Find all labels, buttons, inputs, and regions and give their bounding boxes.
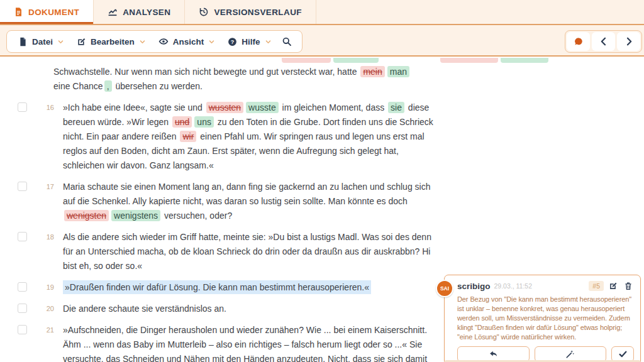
check-icon bbox=[618, 349, 628, 359]
history-icon bbox=[199, 7, 209, 17]
paragraph-number: 19 bbox=[27, 280, 54, 295]
app-window: DOKUMENTANALYSENVERSIONSVERLAUF DateiBea… bbox=[0, 0, 644, 362]
paragraph-number: 17 bbox=[27, 180, 54, 223]
deleted-word: und bbox=[172, 116, 192, 128]
edit-comment-button[interactable] bbox=[608, 280, 619, 292]
paragraph-row: 18Als die andere sich wieder im Griff ha… bbox=[0, 230, 465, 273]
comment-number-badge: #5 bbox=[589, 281, 604, 291]
menu-datei[interactable]: Datei bbox=[12, 31, 70, 52]
help-icon: ? bbox=[228, 37, 237, 47]
paragraph-text[interactable]: »Ich habe eine Idee«, sagte sie und wuss… bbox=[63, 101, 435, 173]
paragraph-checkbox[interactable] bbox=[18, 325, 27, 334]
tab-versionsverlauf[interactable]: VERSIONSVERLAUF bbox=[185, 0, 316, 24]
magic-wand-icon bbox=[565, 349, 575, 359]
paragraph-checkbox[interactable] bbox=[18, 282, 27, 292]
document-icon bbox=[14, 7, 23, 17]
menu-label: Ansicht bbox=[173, 37, 204, 47]
menu-bar: DateiBearbeitenAnsicht?Hilfe bbox=[6, 30, 303, 53]
comments-button[interactable] bbox=[567, 32, 590, 51]
toolbar: DateiBearbeitenAnsicht?Hilfe bbox=[0, 25, 644, 57]
chart-icon bbox=[108, 7, 118, 17]
deleted-word: mein bbox=[360, 66, 384, 77]
chevron-left-icon bbox=[599, 36, 609, 47]
chevron-down-icon bbox=[57, 38, 64, 45]
paragraph-text[interactable]: »Draußen finden wir dafür Lösung. Die ka… bbox=[63, 280, 435, 295]
text-run: »Aufschneiden, die Dinger herausholen un… bbox=[63, 325, 427, 362]
chevron-down-icon bbox=[208, 38, 215, 45]
tab-label: VERSIONSVERLAUF bbox=[214, 8, 302, 17]
paragraph-number: 18 bbox=[27, 230, 54, 273]
chevron-down-icon bbox=[265, 38, 272, 45]
text-run: Schwachstelle. Nur wenn man sich nicht b… bbox=[53, 67, 359, 77]
paragraph-text[interactable]: Als die andere sich wieder im Griff hatt… bbox=[63, 230, 435, 273]
paragraph-number: 16 bbox=[27, 101, 54, 173]
paragraph-row: 19»Draußen finden wir dafür Lösung. Die … bbox=[0, 280, 465, 295]
clipped-deletion-highlight bbox=[282, 58, 331, 63]
clipped-previous-line bbox=[0, 58, 644, 63]
inserted-word: man bbox=[387, 66, 409, 77]
text-run: versuchen, oder? bbox=[162, 211, 232, 221]
chevron-right-icon bbox=[624, 36, 634, 47]
comment-nav-group bbox=[565, 30, 642, 53]
paragraph-checkbox[interactable] bbox=[18, 182, 27, 191]
comment-timestamp: 29.03., 11:52 bbox=[494, 282, 533, 290]
paragraph-list: Schwachstelle. Nur wenn man sich nicht b… bbox=[0, 65, 465, 362]
paragraph-row: 21»Aufschneiden, die Dinger herausholen … bbox=[0, 323, 465, 362]
clipped-insertion-highlight bbox=[501, 58, 548, 63]
chevron-down-icon bbox=[139, 38, 146, 45]
svg-text:?: ? bbox=[231, 38, 235, 45]
paragraph-text[interactable]: Die andere schaute sie verständnislos an… bbox=[63, 302, 435, 316]
paragraph-number: 20 bbox=[27, 302, 54, 316]
menu-label: Datei bbox=[32, 37, 53, 47]
deleted-word: wenigsten bbox=[64, 210, 109, 221]
tab-analysen[interactable]: ANALYSEN bbox=[94, 0, 185, 24]
tab-label: ANALYSEN bbox=[123, 8, 170, 17]
paragraph-text[interactable]: Schwachstelle. Nur wenn man sich nicht b… bbox=[53, 65, 426, 94]
tab-bar: DOKUMENTANALYSENVERSIONSVERLAUF bbox=[0, 0, 644, 25]
menu-bearbeiten[interactable]: Bearbeiten bbox=[70, 31, 152, 52]
comment-header: scribigo 29.03., 11:52 #5 bbox=[457, 279, 634, 293]
comment-author: scribigo bbox=[457, 282, 491, 291]
paragraph-checkbox[interactable] bbox=[18, 102, 27, 112]
menu-hilfe[interactable]: ?Hilfe bbox=[221, 31, 277, 52]
paragraph-number: 21 bbox=[27, 323, 54, 362]
paragraph-row: 16»Ich habe eine Idee«, sagte sie und wu… bbox=[0, 101, 465, 173]
paragraph-text[interactable]: Maria schaute sie einen Moment lang an, … bbox=[63, 180, 435, 223]
paragraph-checkbox[interactable] bbox=[18, 232, 27, 241]
edit-icon bbox=[609, 282, 618, 290]
paragraph-text[interactable]: »Aufschneiden, die Dinger herausholen un… bbox=[63, 323, 435, 362]
reply-icon bbox=[489, 349, 498, 359]
text-run: übersehen zu werden. bbox=[113, 81, 203, 91]
text-run: im gleichen Moment, dass bbox=[280, 102, 387, 112]
inserted-word: wusste bbox=[246, 102, 279, 113]
menu-label: Bearbeiten bbox=[91, 37, 135, 47]
paragraph-checkbox[interactable] bbox=[18, 304, 27, 313]
chat-bubble-icon bbox=[574, 36, 584, 47]
search-button[interactable] bbox=[282, 36, 292, 47]
trash-icon bbox=[624, 282, 633, 290]
inserted-word: sie bbox=[388, 102, 404, 113]
eye-icon bbox=[158, 36, 169, 47]
inserted-word: uns bbox=[194, 116, 214, 128]
paragraph-row: 20Die andere schaute sie verständnislos … bbox=[0, 302, 465, 316]
clipped-insertion-highlight bbox=[333, 58, 379, 63]
menu-ansicht[interactable]: Ansicht bbox=[152, 31, 222, 52]
avatar: SAI bbox=[436, 280, 453, 297]
inserted-word: wenigstens bbox=[111, 210, 160, 221]
text-run: »Ich habe eine Idee«, sagte sie und bbox=[63, 102, 205, 112]
text-run: eine Chance bbox=[53, 81, 103, 91]
deleted-word: wir bbox=[180, 131, 196, 142]
paragraph-row: 17Maria schaute sie einen Moment lang an… bbox=[0, 180, 465, 223]
text-run: Die andere schaute sie verständnislos an… bbox=[63, 304, 226, 314]
tab-dokument[interactable]: DOKUMENT bbox=[0, 0, 94, 24]
delete-comment-button[interactable] bbox=[623, 280, 634, 292]
prev-button[interactable] bbox=[592, 32, 615, 51]
paragraph-number bbox=[18, 65, 45, 94]
selected-sentence: »Draußen finden wir dafür Lösung. Die ka… bbox=[63, 280, 371, 294]
edit-icon bbox=[77, 37, 86, 47]
comment-body: Der Bezug von "Die kann man bestimmt her… bbox=[457, 295, 634, 342]
tab-label: DOKUMENT bbox=[28, 8, 79, 17]
inserted-word: , bbox=[104, 80, 112, 92]
search-icon bbox=[282, 36, 292, 47]
next-button[interactable] bbox=[617, 32, 640, 51]
